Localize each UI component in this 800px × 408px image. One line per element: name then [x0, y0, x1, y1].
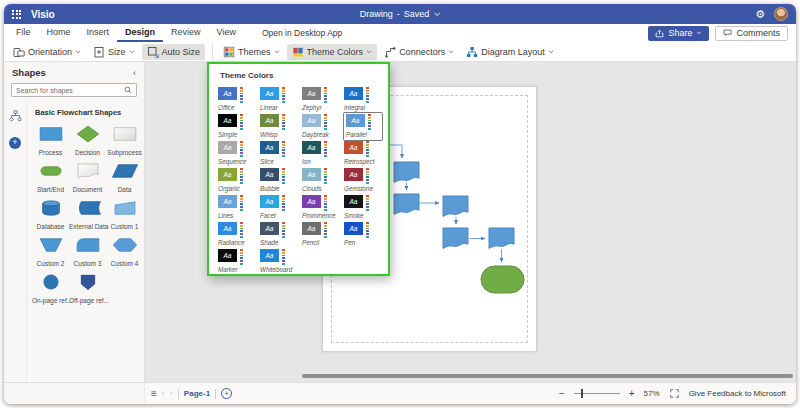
auto-size-button[interactable]: Auto Size [142, 44, 206, 60]
horizontal-scrollbar[interactable] [302, 374, 793, 378]
feedback-link[interactable]: Give Feedback to Microsoft [689, 389, 786, 398]
zoom-slider[interactable] [574, 389, 620, 398]
stencil-shape-custom-3[interactable]: Custom 3 [69, 235, 106, 272]
theme-organic[interactable]: AaOrganic [218, 167, 256, 194]
orientation-button[interactable]: Orientation [8, 44, 86, 60]
zoom-slider-thumb[interactable] [581, 389, 584, 398]
zoom-level[interactable]: 57% [644, 389, 660, 398]
theme-slice[interactable]: AaSlice [260, 140, 298, 167]
theme-color-strip [324, 168, 327, 184]
theme-zephyr[interactable]: AaZephyr [302, 86, 340, 113]
theme-linear[interactable]: AaLinear [260, 86, 298, 113]
theme-daybreak[interactable]: AaDaybreak [302, 113, 340, 140]
next-page-icon[interactable]: › [170, 389, 173, 398]
theme-color-strip [282, 87, 285, 103]
theme-lines[interactable]: AaLines [218, 194, 256, 221]
subprocess-shape-icon [110, 130, 140, 147]
previous-page-icon[interactable]: ‹ [162, 389, 165, 398]
page-list-menu-icon[interactable]: ≡ [151, 389, 157, 399]
theme-parallel[interactable]: AaParallel [344, 113, 382, 140]
stencil-shape-external-data[interactable]: External Data [69, 198, 106, 235]
theme-pencil[interactable]: AaPencil [302, 221, 340, 248]
flow-document-shapes[interactable] [394, 162, 514, 248]
stencil-shapes-icon[interactable] [9, 110, 22, 122]
theme-name-label: Smoke [344, 212, 382, 219]
theme-name-label: Sequence [218, 158, 256, 165]
theme-whiteboard[interactable]: AaWhiteboard [260, 248, 298, 275]
size-icon [93, 46, 105, 58]
stencil-shape-on-page-ref[interactable]: On-page ref... [32, 272, 69, 309]
stencil-shape-custom-4[interactable]: Custom 4 [106, 235, 143, 272]
user-avatar[interactable] [774, 7, 788, 21]
theme-smoke[interactable]: AaSmoke [344, 194, 382, 221]
zoom-in-button[interactable]: + [629, 389, 635, 399]
theme-facet[interactable]: AaFacet [260, 194, 298, 221]
theme-swatch-tile: Aa [344, 168, 363, 181]
diagram-layout-label: Diagram Layout [481, 47, 545, 57]
custom2-shape-icon [36, 241, 66, 258]
search-shapes-input[interactable]: Search for shapes [11, 83, 137, 97]
theme-swatch-tile: Aa [218, 114, 237, 127]
connectors-button[interactable]: Connectors [379, 44, 459, 60]
tab-home[interactable]: Home [39, 24, 79, 42]
themes-button[interactable]: Themes [218, 44, 285, 60]
theme-ion[interactable]: AaIon [302, 140, 340, 167]
stencil-shape-label: Start/End [32, 186, 69, 193]
theme-bubble[interactable]: AaBubble [260, 167, 298, 194]
tab-insert[interactable]: Insert [79, 24, 118, 42]
chevron-down-icon [433, 12, 440, 17]
share-button[interactable]: Share [648, 26, 709, 41]
size-label: Size [108, 47, 126, 57]
theme-retrospect[interactable]: AaRetrospect [344, 140, 382, 167]
stencil-shape-custom-1[interactable]: Custom 1 [106, 198, 143, 235]
stencil-shape-process[interactable]: Process [32, 124, 69, 161]
tab-design[interactable]: Design [117, 24, 163, 42]
add-page-button[interactable]: + [221, 388, 232, 399]
tab-file[interactable]: File [8, 24, 39, 42]
stencil-shape-subprocess[interactable]: Subprocess [106, 124, 143, 161]
fit-to-window-icon[interactable] [669, 388, 680, 399]
tab-view[interactable]: View [209, 24, 244, 42]
theme-name-label: Gemstone [344, 185, 382, 192]
diagram-layout-button[interactable]: Diagram Layout [461, 44, 559, 60]
theme-colors-button[interactable]: Theme Colors [287, 44, 378, 60]
stencil-shape-off-page-ref[interactable]: Off-page ref... [69, 272, 106, 309]
theme-color-strip [366, 195, 369, 211]
theme-clouds[interactable]: AaClouds [302, 167, 340, 194]
stencil-shape-database[interactable]: Database [32, 198, 69, 235]
stencil-shape-custom-2[interactable]: Custom 2 [32, 235, 69, 272]
document-title[interactable]: Drawing - Saved [360, 9, 441, 19]
size-button[interactable]: Size [88, 44, 140, 60]
theme-swatch-tile: Aa [218, 249, 237, 262]
theme-shade[interactable]: AaShade [260, 221, 298, 248]
settings-gear-icon[interactable]: ⚙ [755, 9, 765, 20]
tab-review[interactable]: Review [163, 24, 209, 42]
theme-swatch-tile: Aa [260, 195, 279, 208]
add-stencil-button[interactable]: + [9, 137, 21, 149]
flow-terminator-shape[interactable] [481, 266, 524, 293]
collapse-panel-icon[interactable]: ‹ [133, 68, 136, 78]
theme-color-strip [366, 87, 369, 103]
theme-prominence[interactable]: AaProminence [302, 194, 340, 221]
theme-simple[interactable]: AaSimple [218, 113, 256, 140]
theme-radiance[interactable]: AaRadiance [218, 221, 256, 248]
theme-pen[interactable]: AaPen [344, 221, 382, 248]
theme-integral[interactable]: AaIntegral [344, 86, 382, 113]
zoom-out-button[interactable]: − [559, 389, 565, 399]
theme-swatch-tile: Aa [218, 195, 237, 208]
theme-sequence[interactable]: AaSequence [218, 140, 256, 167]
theme-marker[interactable]: AaMarker [218, 248, 256, 275]
comments-button[interactable]: Comments [715, 26, 788, 41]
stencil-shape-decision[interactable]: Decision [69, 124, 106, 161]
theme-whisp[interactable]: AaWhisp [260, 113, 298, 140]
theme-gemstone[interactable]: AaGemstone [344, 167, 382, 194]
stencil-shape-document[interactable]: Document [69, 161, 106, 198]
chevron-down-icon [548, 50, 554, 54]
theme-swatch-tile: Aa [218, 222, 237, 235]
stencil-shape-data[interactable]: Data [106, 161, 143, 198]
open-in-desktop-app-button[interactable]: Open in Desktop App [262, 28, 342, 38]
app-launcher-icon[interactable] [12, 10, 21, 19]
stencil-shape-start-end[interactable]: Start/End [32, 161, 69, 198]
page-tab[interactable]: Page-1 [184, 389, 210, 398]
theme-office[interactable]: AaOffice [218, 86, 256, 113]
